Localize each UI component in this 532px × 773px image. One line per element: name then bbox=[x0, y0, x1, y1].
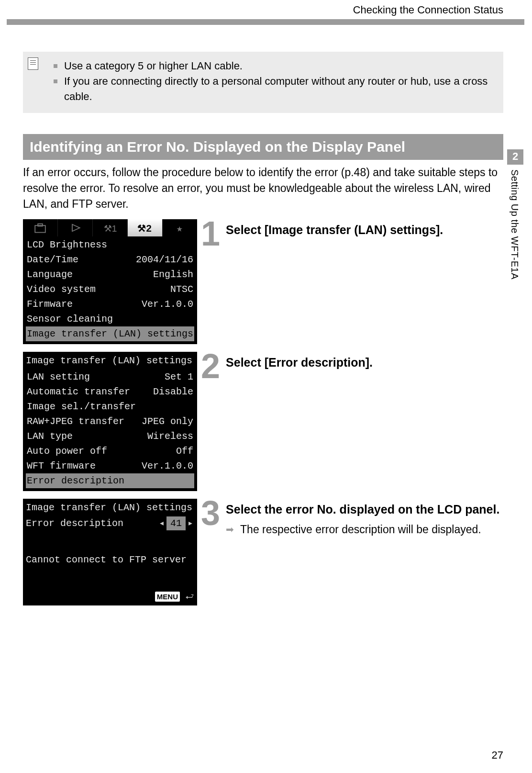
chapter-label: Setting Up the WFT-E1A bbox=[507, 165, 522, 284]
step-number: 3 bbox=[197, 499, 226, 528]
lcd-screenshot-2: Image transfer (LAN) settings LAN settin… bbox=[23, 352, 197, 491]
lcd-screenshot-3: Image transfer (LAN) settings Error desc… bbox=[23, 499, 197, 605]
lcd-row: WFT firmwareVer.1.0.0 bbox=[26, 459, 194, 473]
lcd-row: LCD Brightness bbox=[26, 237, 194, 252]
step-2: Image transfer (LAN) settings LAN settin… bbox=[23, 352, 503, 491]
lcd-row: Video systemNTSC bbox=[26, 282, 194, 297]
lcd-title: Image transfer (LAN) settings bbox=[23, 352, 197, 369]
lcd-row: LAN typeWireless bbox=[26, 429, 194, 444]
lcd-menu-button: MENU bbox=[155, 592, 180, 602]
page-number: 27 bbox=[492, 749, 503, 762]
step-3: Image transfer (LAN) settings Error desc… bbox=[23, 499, 503, 605]
note-item: Use a category 5 or higher LAN cable. bbox=[54, 58, 495, 74]
lcd-row: FirmwareVer.1.0.0 bbox=[26, 297, 194, 312]
lcd-row: RAW+JPEG transferJPEG only bbox=[26, 414, 194, 429]
note-box: Use a category 5 or higher LAN cable. If… bbox=[23, 52, 503, 113]
lcd-row: Date/Time2004/11/16 bbox=[26, 252, 194, 267]
lcd-row: LanguageEnglish bbox=[26, 267, 194, 282]
note-icon bbox=[28, 57, 38, 70]
running-header: Checking the Connection Status bbox=[23, 0, 503, 19]
header-divider bbox=[7, 19, 524, 25]
lcd-tab-play-icon bbox=[58, 219, 93, 236]
lcd-row: Sensor cleaning bbox=[26, 312, 194, 326]
svg-text:⚒2: ⚒2 bbox=[137, 223, 151, 234]
lcd-error-number: 41 bbox=[166, 516, 186, 530]
side-tab: 2 Setting Up the WFT-E1A bbox=[507, 149, 523, 284]
lcd-tab-star-icon: ★ bbox=[163, 219, 197, 236]
lcd-error-row: Error description 41 bbox=[23, 515, 197, 531]
svg-text:⚒1: ⚒1 bbox=[104, 224, 117, 234]
step-title: Select [Error description]. bbox=[226, 355, 503, 371]
step-number: 2 bbox=[197, 352, 226, 381]
lcd-row: Auto power offOff bbox=[26, 444, 194, 459]
lcd-title: Image transfer (LAN) settings bbox=[23, 499, 197, 515]
lcd-row-selected: Error description bbox=[26, 473, 194, 488]
lcd-row: Image sel./transfer bbox=[26, 399, 194, 414]
lcd-error-label: Error description bbox=[26, 516, 166, 530]
section-heading: Identifying an Error No. Displayed on th… bbox=[23, 134, 503, 160]
lcd-tab-camera-icon bbox=[23, 219, 58, 236]
svg-rect-0 bbox=[35, 225, 45, 232]
step-1: ⚒1 ⚒2 ★ LCD Brightness Date/Time2004/11/… bbox=[23, 219, 503, 344]
svg-rect-1 bbox=[38, 224, 43, 226]
step-result: The respective error description will be… bbox=[226, 521, 503, 538]
step-title: Select the error No. displayed on the LC… bbox=[226, 502, 503, 518]
note-item: If you are connecting directly to a pers… bbox=[54, 74, 495, 104]
chapter-number: 2 bbox=[507, 149, 523, 165]
lcd-row: Automatic transferDisable bbox=[26, 384, 194, 399]
step-number: 1 bbox=[197, 219, 226, 248]
return-icon: ⮐ bbox=[186, 592, 194, 601]
step-title: Select [Image transfer (LAN) settings]. bbox=[226, 222, 503, 238]
lcd-screenshot-1: ⚒1 ⚒2 ★ LCD Brightness Date/Time2004/11/… bbox=[23, 219, 197, 344]
svg-marker-2 bbox=[72, 224, 80, 231]
lcd-error-message: Cannot connect to FTP server bbox=[23, 531, 197, 589]
lcd-tab-tools1-icon: ⚒1 bbox=[93, 219, 128, 236]
svg-text:★: ★ bbox=[177, 223, 183, 235]
section-intro: If an error occurs, follow the procedure… bbox=[23, 165, 503, 213]
lcd-row: LAN settingSet 1 bbox=[26, 370, 194, 384]
lcd-tab-tools2-icon: ⚒2 bbox=[128, 219, 163, 236]
lcd-row-selected: Image transfer (LAN) settings bbox=[26, 326, 194, 341]
